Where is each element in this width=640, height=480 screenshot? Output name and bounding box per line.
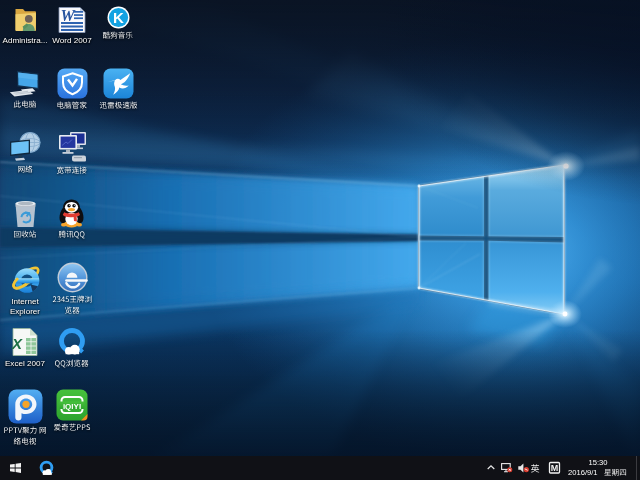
svg-text:iQIYI: iQIYI [63,402,81,411]
svg-text:15:30: 15:30 [588,458,607,467]
svg-text:M: M [551,463,559,473]
svg-text:K: K [113,9,124,26]
svg-text:X: X [11,335,23,352]
svg-text:2016/9/1: 2016/9/1 [568,468,598,477]
